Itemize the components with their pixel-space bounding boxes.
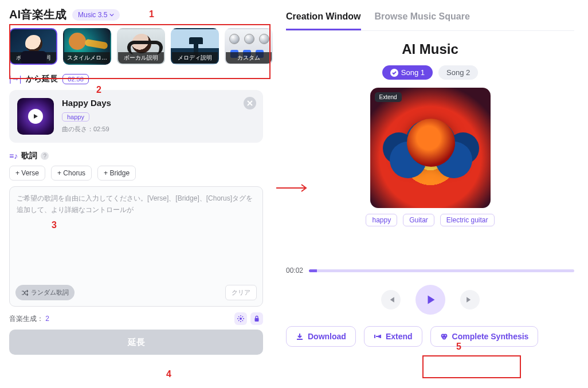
extend-action-button[interactable]: Extend [364, 326, 422, 347]
left-panel: AI音楽生成 Music 3.5 ボーカル歌詞 スタイルメロ… ボーカル説明 メ… [0, 0, 272, 388]
prev-button[interactable] [381, 290, 401, 309]
next-button[interactable] [460, 290, 480, 309]
play-time: 00:02 [286, 266, 303, 275]
complete-synthesis-button[interactable]: Complete Synthesis [430, 326, 539, 347]
tabs: Creation Window Browse Music Square [286, 7, 574, 31]
tab-browse-square[interactable]: Browse Music Square [375, 7, 470, 30]
progress-row: 00:02 [286, 266, 574, 275]
right-panel: Creation Window Browse Music Square AI M… [272, 0, 588, 388]
source-track-tag: happy [62, 112, 89, 122]
settings-button[interactable] [234, 312, 247, 325]
chevron-down-icon [109, 13, 114, 17]
header: AI音楽生成 Music 3.5 [9, 7, 263, 22]
extend-submit-button[interactable]: 延長 [9, 330, 263, 355]
progress-track[interactable] [309, 269, 574, 272]
page-title: AI音楽生成 [9, 7, 66, 22]
add-bridge-button[interactable]: + Bridge [97, 166, 136, 181]
lyrics-icon: ≡♪ [9, 151, 18, 160]
song-2-pill[interactable]: Song 2 [438, 65, 478, 80]
generate-info-row: 音楽生成： 2 [9, 312, 263, 325]
gen-count: 2 [45, 315, 49, 323]
remove-source-button[interactable] [244, 97, 256, 109]
extend-time[interactable]: 02:58 [62, 74, 89, 84]
add-chorus-button[interactable]: + Chorus [51, 166, 92, 181]
tag-guitar: Guitar [403, 214, 434, 226]
lyrics-header: ≡♪ 歌詞 ? [9, 151, 263, 161]
lyrics-title: 歌詞 [21, 151, 37, 161]
svg-point-0 [240, 318, 242, 320]
model-select[interactable]: Music 3.5 [72, 9, 120, 21]
random-lyrics-button[interactable]: ランダム歌詞 [15, 285, 75, 300]
extend-row: |→| から延長 02:58 [9, 74, 263, 84]
lyrics-input[interactable]: ご希望の歌詞を自由に入力してください。[Verse]、[Bridge]、[Cho… [9, 186, 263, 307]
check-icon [390, 69, 398, 77]
mode-custom[interactable]: カスタム [225, 28, 273, 65]
play-icon[interactable] [28, 109, 43, 124]
shuffle-icon [21, 289, 28, 296]
download-button[interactable]: Download [286, 326, 356, 347]
lyrics-placeholder: ご希望の歌詞を自由に入力してください。[Verse]、[Bridge]、[Cho… [17, 194, 253, 214]
synthesis-icon [440, 332, 448, 340]
tab-creation-window[interactable]: Creation Window [286, 7, 361, 30]
gear-icon [237, 315, 244, 322]
source-track-art[interactable] [17, 98, 54, 135]
mode-vocal-lyrics[interactable]: ボーカル歌詞 [9, 28, 57, 65]
source-track-card: Happy Days happy 曲の長さ：02:59 [9, 90, 263, 143]
song-1-pill[interactable]: Song 1 [382, 65, 433, 80]
album-art[interactable]: Extend [370, 88, 491, 208]
lock-button[interactable] [250, 312, 263, 325]
prev-icon [387, 296, 395, 304]
tag-electric-guitar: Electric guitar [440, 214, 495, 226]
extend-icon: |→| [9, 75, 21, 84]
player-controls [286, 285, 574, 315]
svg-point-5 [442, 336, 445, 339]
extend-icon [374, 332, 382, 340]
output-title: AI Music [286, 41, 574, 57]
mode-melody-desc[interactable]: メロディ説明 [171, 28, 219, 65]
lyric-tag-chips: + Verse + Chorus + Bridge [9, 166, 263, 181]
extend-label: から延長 [26, 74, 58, 84]
help-icon[interactable]: ? [41, 152, 49, 160]
play-icon [425, 295, 436, 305]
tag-happy: happy [366, 214, 397, 226]
output-tags: happy Guitar Electric guitar [286, 214, 574, 226]
lock-icon [253, 315, 260, 322]
next-icon [466, 296, 474, 304]
song-switcher: Song 1 Song 2 [286, 65, 574, 80]
mode-vocal-desc[interactable]: ボーカル説明 [117, 28, 165, 65]
svg-rect-1 [255, 318, 259, 322]
extend-badge: Extend [375, 92, 402, 102]
add-verse-button[interactable]: + Verse [9, 166, 45, 181]
download-icon [296, 332, 304, 340]
source-track-length: 曲の長さ：02:59 [62, 125, 255, 134]
play-button[interactable] [415, 285, 445, 315]
source-track-title: Happy Days [62, 98, 255, 108]
mode-style-melody[interactable]: スタイルメロ… [63, 28, 111, 65]
mode-row: ボーカル歌詞 スタイルメロ… ボーカル説明 メロディ説明 カスタム [9, 28, 263, 65]
action-row: Download Extend Complete Synthesis [286, 326, 574, 347]
clear-lyrics-button[interactable]: クリア [225, 285, 257, 300]
